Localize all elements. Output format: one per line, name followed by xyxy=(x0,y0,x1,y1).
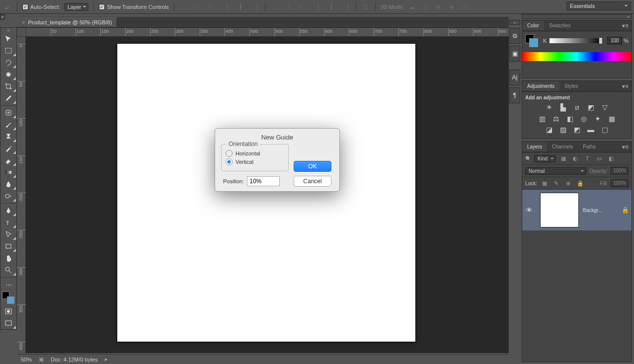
dodge-tool[interactable] xyxy=(0,190,16,202)
screen-mode-icon[interactable] xyxy=(0,317,16,329)
hand-tool[interactable] xyxy=(0,252,16,264)
doc-info-chevron-icon[interactable]: ▸ xyxy=(105,356,108,363)
background-color-swatch[interactable] xyxy=(7,296,14,304)
blend-mode-dropdown[interactable]: Normal xyxy=(525,167,586,175)
opacity-input[interactable]: 100% xyxy=(611,167,629,175)
type-tool[interactable]: T xyxy=(0,217,16,228)
3d-orbit-icon[interactable]: ☁ xyxy=(408,2,417,11)
fill-input[interactable]: 100% xyxy=(611,179,629,187)
status-nav-icon[interactable]: ▣ xyxy=(39,356,44,363)
3d-scale-icon[interactable]: ▭ xyxy=(460,2,469,11)
color-swatch-pair[interactable] xyxy=(525,34,539,47)
workspace-selector[interactable]: Essentials xyxy=(566,1,631,10)
cancel-button[interactable]: Cancel xyxy=(294,176,331,187)
distribute-vcenter-icon[interactable]: ⫞ xyxy=(283,2,292,11)
layer-row[interactable]: 👁 Backgr... 🔒 xyxy=(522,190,632,230)
align-right-edges-icon[interactable]: ▕ xyxy=(251,2,260,11)
layers-tab[interactable]: Layers xyxy=(522,142,547,151)
align-vcenter-icon[interactable]: ⫞ xyxy=(192,2,201,11)
panel-menu-icon[interactable]: ▾≡ xyxy=(619,144,632,150)
show-transform-checkbox[interactable]: ✓Show Transform Controls xyxy=(99,4,168,10)
3d-roll-icon[interactable]: ◎ xyxy=(421,2,430,11)
threshold-icon[interactable]: ◩ xyxy=(573,126,581,134)
horizontal-radio[interactable]: Horizontal xyxy=(226,150,284,157)
styles-tab[interactable]: Styles xyxy=(559,81,583,91)
k-value-input[interactable]: 100 xyxy=(607,37,622,45)
history-panel-icon[interactable]: ⧉ xyxy=(509,28,520,44)
ok-button[interactable]: OK xyxy=(294,161,331,172)
swatches-tab[interactable]: Swatches xyxy=(544,21,575,30)
layer-thumbnail[interactable] xyxy=(540,193,579,227)
properties-panel-icon[interactable]: ▣ xyxy=(509,46,520,62)
color-spectrum-ramp[interactable] xyxy=(522,52,632,61)
character-panel-icon[interactable]: A| xyxy=(509,70,520,85)
layer-filter-kind-dropdown[interactable]: Kind xyxy=(534,155,556,162)
exposure-icon[interactable]: ◩ xyxy=(587,103,595,112)
foreground-background-colors[interactable] xyxy=(0,291,16,305)
clone-stamp-tool[interactable] xyxy=(0,131,16,143)
layer-visibility-icon[interactable]: 👁 xyxy=(522,206,536,214)
vibrance-icon[interactable]: ▽ xyxy=(601,103,609,112)
photo-filter-icon[interactable]: ◎ xyxy=(580,115,588,123)
levels-icon[interactable]: ▙ xyxy=(559,103,567,112)
filter-adjustment-icon[interactable]: ◐ xyxy=(571,154,580,162)
position-input[interactable] xyxy=(247,176,280,186)
ruler-origin[interactable] xyxy=(17,28,26,37)
strip-collapse-icon[interactable]: » xyxy=(509,20,520,25)
lookup-icon[interactable]: ▦ xyxy=(608,115,616,123)
distribute-top-icon[interactable]: ⫠ xyxy=(270,2,279,11)
adjustments-tab[interactable]: Adjustments xyxy=(522,81,559,91)
3d-slide-icon[interactable]: ◈ xyxy=(447,2,456,11)
filter-type-icon[interactable]: T xyxy=(583,154,592,162)
distribute-left-icon[interactable]: ▏ xyxy=(316,2,325,11)
slider-knob-icon[interactable] xyxy=(599,37,603,44)
eraser-tool[interactable] xyxy=(0,154,16,166)
k-slider[interactable] xyxy=(550,38,603,43)
curves-icon[interactable]: ⧄ xyxy=(573,103,581,112)
pen-tool[interactable] xyxy=(0,205,16,217)
3d-pan-icon[interactable]: ⊕ xyxy=(434,2,443,11)
invert-icon[interactable]: ◪ xyxy=(545,126,553,134)
vertical-radio[interactable]: Vertical xyxy=(226,158,284,165)
align-hcenter-icon[interactable]: ▎ xyxy=(238,2,247,11)
channel-mixer-icon[interactable]: ✦ xyxy=(594,115,602,123)
posterize-icon[interactable]: ▨ xyxy=(559,126,567,134)
paths-tab[interactable]: Paths xyxy=(578,142,601,151)
canvas[interactable] xyxy=(117,44,415,342)
eyedropper-tool[interactable] xyxy=(0,92,16,104)
hue-sat-icon[interactable]: ▥ xyxy=(538,115,546,123)
distribute-right-icon[interactable]: ▕ xyxy=(342,2,351,11)
move-tool[interactable] xyxy=(0,33,16,45)
filter-smart-icon[interactable]: ◧ xyxy=(607,154,616,162)
close-tab-icon[interactable]: × xyxy=(22,19,25,25)
lock-image-icon[interactable]: ✎ xyxy=(552,179,561,187)
marquee-tool[interactable] xyxy=(0,45,16,57)
quick-mask-icon[interactable] xyxy=(0,305,16,317)
lock-transparent-icon[interactable]: ▦ xyxy=(540,179,549,187)
auto-align-icon[interactable]: ☰ xyxy=(361,2,370,11)
healing-brush-tool[interactable] xyxy=(0,107,16,119)
panel-menu-icon[interactable]: ▾≡ xyxy=(619,83,632,90)
document-tab[interactable]: ×Product_template @ 50% (RGB/8) xyxy=(17,17,117,27)
panel-menu-icon[interactable]: ▾≡ xyxy=(619,22,632,29)
align-bottom-edges-icon[interactable]: ⫟ xyxy=(205,2,214,11)
paragraph-panel-icon[interactable]: ¶ xyxy=(509,87,520,103)
distribute-hcenter-icon[interactable]: ▎ xyxy=(329,2,338,11)
lasso-tool[interactable] xyxy=(0,57,16,69)
doc-size-label[interactable]: Doc: 4.12M/0 bytes xyxy=(51,357,98,363)
canvas-viewport[interactable] xyxy=(26,37,509,353)
panel-group-collapse-icon[interactable]: « xyxy=(522,14,632,19)
panel-collapse-stub[interactable]: » xyxy=(0,14,5,20)
edit-toolbar-icon[interactable]: ⋯ xyxy=(0,279,16,291)
selective-color-icon[interactable]: ▢ xyxy=(601,126,609,134)
horizontal-ruler[interactable]: 5010015020025030035040045050055060065070… xyxy=(26,28,509,37)
lock-all-icon[interactable]: 🔒 xyxy=(576,179,585,187)
blur-tool[interactable] xyxy=(0,178,16,190)
crop-tool[interactable] xyxy=(0,80,16,92)
align-top-edges-icon[interactable]: ⫠ xyxy=(179,2,188,11)
magic-wand-tool[interactable] xyxy=(0,69,16,80)
align-left-edges-icon[interactable]: ▏ xyxy=(225,2,234,11)
gradient-map-icon[interactable]: ▬ xyxy=(587,126,595,134)
shape-tool[interactable] xyxy=(0,240,16,252)
gradient-tool[interactable] xyxy=(0,166,16,178)
